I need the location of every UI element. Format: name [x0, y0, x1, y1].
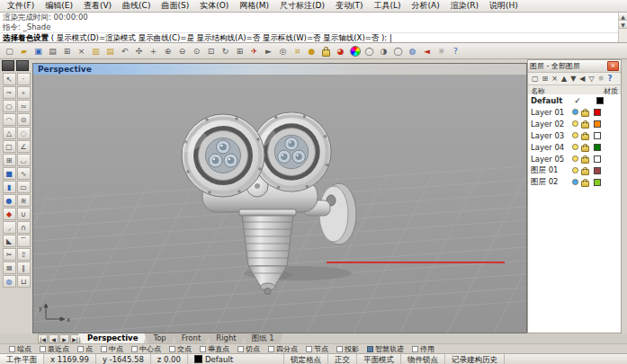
- menu-file[interactable]: 文件(F): [2, 0, 40, 12]
- checkbox[interactable]: [367, 346, 373, 352]
- layer-row[interactable]: Layer 01: [528, 106, 621, 118]
- tab-perspective[interactable]: Perspective: [78, 333, 147, 343]
- command-prompt-options[interactable]: ( 显示模式(D)=渲染模式 显示曲线(C)=是 显示结构线(A)=否 显示框线…: [51, 33, 388, 42]
- checkbox[interactable]: [131, 346, 138, 352]
- toggle-grid-snap[interactable]: 锁定格点: [284, 354, 328, 364]
- checkbox[interactable]: [40, 346, 46, 352]
- filter-icon[interactable]: ▽: [588, 75, 594, 83]
- layer-name[interactable]: 图层 02: [531, 177, 572, 188]
- arc-tool-icon[interactable]: ◠: [3, 113, 16, 126]
- viewport-layout-icon[interactable]: ⊞: [233, 45, 246, 58]
- fly-through-icon[interactable]: ✈: [247, 45, 261, 58]
- checkbox[interactable]: [169, 346, 175, 352]
- dock-icon[interactable]: [2, 60, 14, 71]
- cplane-button[interactable]: 工作平面: [0, 354, 44, 364]
- osnap-smarttrack[interactable]: 智慧轨迹: [367, 344, 404, 354]
- layer-name[interactable]: Layer 05: [531, 155, 572, 164]
- light-bulb-icon[interactable]: ●: [305, 45, 318, 58]
- layer-visibility-bulb-icon[interactable]: [572, 109, 578, 115]
- perspective-viewport[interactable]: Perspective: [32, 63, 527, 333]
- menu-help[interactable]: 说明(H): [484, 0, 524, 12]
- undo-icon[interactable]: ↶: [118, 45, 131, 58]
- menu-view[interactable]: 查看(V): [78, 0, 117, 12]
- tab-front[interactable]: Front: [173, 333, 210, 343]
- pipe-tool-icon[interactable]: ⌒: [17, 235, 31, 247]
- layer-row[interactable]: Layer 05: [528, 153, 621, 164]
- layer-color-swatch[interactable]: [594, 120, 601, 128]
- osnap-mid[interactable]: 中点: [101, 344, 123, 354]
- move-icon[interactable]: +: [147, 45, 160, 58]
- osnap-near[interactable]: 最近点: [40, 344, 69, 354]
- layer-visibility-bulb-icon[interactable]: [572, 132, 578, 138]
- osnap-tangent[interactable]: 切点: [237, 344, 260, 354]
- layer-visibility-bulb-icon[interactable]: [572, 155, 578, 162]
- polyline-tool-icon[interactable]: ∠: [17, 140, 31, 153]
- move-down-icon[interactable]: ▼: [570, 75, 576, 83]
- layer-color-swatch[interactable]: [594, 179, 601, 186]
- layer-visibility-bulb-icon[interactable]: [572, 144, 578, 150]
- walk-view-icon[interactable]: ►: [262, 45, 275, 58]
- osnap-intersection[interactable]: 交点: [169, 344, 192, 354]
- viewport-title[interactable]: Perspective: [33, 64, 526, 75]
- rotate-view-icon[interactable]: ↻: [219, 45, 232, 58]
- command-area[interactable]: 渲染完成时间: 00:00:00 指令: _Shade 选择着色设置 ( 显示模…: [0, 13, 627, 43]
- layer-name[interactable]: Layer 03: [531, 131, 572, 140]
- new-file-icon[interactable]: ▢: [3, 45, 16, 58]
- box-tool-icon[interactable]: ■: [3, 167, 16, 180]
- join-tool-icon[interactable]: ◍: [3, 275, 16, 288]
- checkbox[interactable]: [200, 346, 206, 352]
- flag-icon[interactable]: ◄: [420, 45, 434, 58]
- layer-lock-icon[interactable]: [581, 111, 589, 117]
- menu-render[interactable]: 渲染(R): [445, 0, 484, 12]
- layer-color-swatch[interactable]: [596, 97, 604, 104]
- layer-color-swatch[interactable]: [594, 109, 601, 116]
- lock-icon[interactable]: [319, 45, 333, 58]
- layer-row[interactable]: Layer 04: [528, 141, 621, 153]
- ellipse-tool-icon[interactable]: ◌: [17, 127, 31, 139]
- layer-name[interactable]: 图层 01: [531, 165, 572, 176]
- layer-lock-icon[interactable]: [581, 134, 589, 140]
- select-tool-icon[interactable]: ↖: [3, 73, 16, 85]
- layer-color-swatch[interactable]: [594, 144, 601, 151]
- curve-net-icon[interactable]: ⊞: [3, 154, 16, 166]
- menu-curve[interactable]: 曲线(C): [117, 0, 156, 12]
- help-icon[interactable]: ?: [449, 45, 462, 58]
- cylinder-tool-icon[interactable]: ▮: [3, 181, 16, 193]
- menu-mesh[interactable]: 网格(M): [234, 0, 274, 12]
- color-wheel-icon[interactable]: [348, 45, 362, 58]
- globe-icon[interactable]: ◍: [406, 45, 419, 58]
- save-file-icon[interactable]: ▣: [31, 45, 45, 58]
- dock-icon[interactable]: [16, 60, 29, 71]
- collapse-icon[interactable]: ◀: [579, 75, 585, 83]
- split-tool-icon[interactable]: ⊠: [3, 262, 16, 274]
- sphere-tool-icon[interactable]: ●: [3, 194, 16, 207]
- tab-right[interactable]: Right: [207, 333, 245, 343]
- delete-layer-icon[interactable]: ×: [551, 75, 558, 83]
- toggle-planar[interactable]: 平面模式: [357, 354, 401, 364]
- pan-icon[interactable]: ✣: [132, 45, 146, 58]
- circle-diameter-icon[interactable]: ⊙: [17, 113, 31, 126]
- open-file-icon[interactable]: ▰: [17, 45, 31, 58]
- layer-name[interactable]: Layer 02: [531, 120, 572, 129]
- close-icon[interactable]: ×: [607, 61, 619, 71]
- layer-name[interactable]: Default: [531, 96, 572, 105]
- menu-transform[interactable]: 变动(T): [330, 0, 369, 12]
- checkbox[interactable]: [101, 346, 107, 352]
- layer-row[interactable]: Layer 03: [528, 129, 621, 141]
- current-layer-chip[interactable]: Default: [188, 354, 284, 364]
- extrude-tool-icon[interactable]: ⇧: [17, 248, 31, 261]
- layer-visibility-bulb-icon[interactable]: [572, 179, 578, 185]
- new-layer-icon[interactable]: ▢: [532, 75, 539, 83]
- layer-lock-icon[interactable]: [581, 169, 589, 175]
- menu-tools[interactable]: 工具(L): [369, 0, 407, 12]
- osnap-disable[interactable]: 停用: [412, 344, 434, 354]
- layer-row[interactable]: 图层 01: [528, 164, 621, 176]
- checkbox[interactable]: [336, 346, 343, 352]
- ghosted-mode-icon[interactable]: ◯: [391, 45, 405, 58]
- menu-edit[interactable]: 编辑(E): [40, 0, 78, 12]
- layers-help-icon[interactable]: ?: [608, 75, 613, 83]
- tab-top[interactable]: Top: [144, 333, 175, 343]
- layer-color-swatch[interactable]: [594, 155, 601, 163]
- layer-row[interactable]: Default ✓: [528, 94, 621, 106]
- first-tab-icon[interactable]: |◀: [38, 334, 48, 343]
